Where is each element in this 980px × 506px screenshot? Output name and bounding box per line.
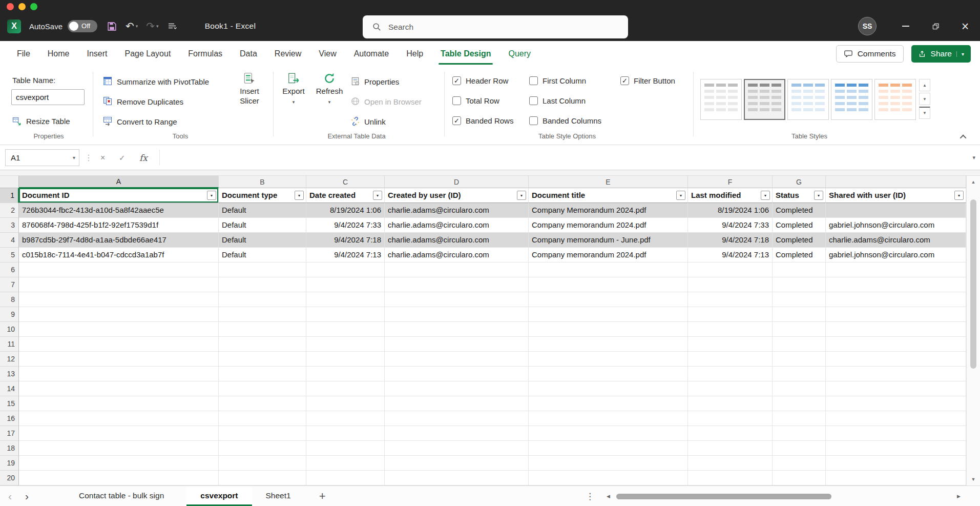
cell-F16[interactable] — [688, 411, 773, 426]
horizontal-scrollbar-thumb[interactable] — [616, 494, 831, 499]
total-row-checkbox[interactable] — [452, 96, 461, 105]
cell-G8[interactable] — [773, 292, 826, 307]
cell-D17[interactable] — [385, 426, 529, 441]
scroll-right-button[interactable]: ▶ — [957, 486, 961, 506]
cell-D18[interactable] — [385, 441, 529, 456]
cell-G7[interactable] — [773, 277, 826, 292]
cell-B5[interactable]: Default — [219, 248, 306, 262]
column-header-G[interactable]: G — [773, 176, 826, 188]
filter-button-option[interactable]: ✓Filter Button — [620, 76, 707, 85]
cell-C10[interactable] — [306, 322, 385, 337]
vertical-scrollbar-thumb[interactable] — [970, 199, 976, 369]
cell-H6[interactable] — [826, 262, 966, 277]
banded-rows-checkbox[interactable]: ✓ — [452, 116, 461, 125]
cell-F17[interactable] — [688, 426, 773, 441]
cell-F6[interactable] — [688, 262, 773, 277]
menu-tab-automate[interactable]: Automate — [345, 41, 398, 67]
cell-H16[interactable] — [826, 411, 966, 426]
header-cell-shared-with-user-id[interactable]: Shared with user (ID)▾ — [826, 188, 966, 203]
minimize-traffic-light[interactable] — [18, 3, 26, 10]
redo-button[interactable]: ↷▾ — [146, 20, 158, 32]
cell-E19[interactable] — [529, 456, 688, 471]
previous-sheet-button[interactable]: ‹ — [3, 490, 17, 502]
close-button[interactable]: × — [950, 14, 980, 38]
banded-columns-option[interactable]: Banded Columns — [529, 116, 620, 125]
cell-D2[interactable]: charlie.adams@circularo.com — [385, 203, 529, 218]
cell-H19[interactable] — [826, 456, 966, 471]
cell-B11[interactable] — [219, 337, 306, 352]
formula-input[interactable] — [163, 145, 960, 170]
cell-B7[interactable] — [219, 277, 306, 292]
cell-B14[interactable] — [219, 381, 306, 396]
cell-D7[interactable] — [385, 277, 529, 292]
cell-E7[interactable] — [529, 277, 688, 292]
cell-A15[interactable] — [19, 396, 219, 411]
cell-H13[interactable] — [826, 367, 966, 381]
table-style-swatch-light-blue-soft[interactable] — [787, 79, 829, 120]
unlink-button[interactable]: Unlink — [350, 112, 422, 132]
header-row-checkbox[interactable]: ✓ — [452, 76, 461, 85]
cell-A14[interactable] — [19, 381, 219, 396]
menu-tab-home[interactable]: Home — [39, 41, 78, 67]
cell-D4[interactable]: charlie.adams@circularo.com — [385, 233, 529, 248]
cell-H10[interactable] — [826, 322, 966, 337]
cell-E10[interactable] — [529, 322, 688, 337]
cell-H4[interactable]: charlie.adams@circularo.com — [826, 233, 966, 248]
cell-H11[interactable] — [826, 337, 966, 352]
cell-C5[interactable]: 9/4/2024 7:13 — [306, 248, 385, 262]
cell-F8[interactable] — [688, 292, 773, 307]
cell-A10[interactable] — [19, 322, 219, 337]
cell-C7[interactable] — [306, 277, 385, 292]
name-box[interactable]: A1 ▾ — [5, 149, 79, 166]
row-header-16[interactable]: 16 — [0, 411, 19, 426]
refresh-button[interactable]: Refresh ▾ — [309, 71, 349, 107]
cell-F18[interactable] — [688, 441, 773, 456]
cell-F10[interactable] — [688, 322, 773, 337]
row-header-17[interactable]: 17 — [0, 426, 19, 441]
cell-F4[interactable]: 9/4/2024 7:18 — [688, 233, 773, 248]
cell-B16[interactable] — [219, 411, 306, 426]
cell-F3[interactable]: 9/4/2024 7:33 — [688, 218, 773, 233]
header-cell-document-type[interactable]: Document type▾ — [219, 188, 306, 203]
cell-C3[interactable]: 9/4/2024 7:33 — [306, 218, 385, 233]
menu-tab-query[interactable]: Query — [499, 41, 539, 67]
cell-E2[interactable]: Company Memorandum 2024.pdf — [529, 203, 688, 218]
column-header-D[interactable]: D — [385, 176, 529, 188]
share-button[interactable]: Share ▾ — [911, 45, 971, 63]
expand-formula-bar-button[interactable]: ▾ — [972, 145, 975, 170]
header-cell-document-id[interactable]: Document ID▾ — [19, 188, 219, 203]
cell-G11[interactable] — [773, 337, 826, 352]
cell-D13[interactable] — [385, 367, 529, 381]
column-header-C[interactable]: C — [306, 176, 385, 188]
cell-D20[interactable] — [385, 471, 529, 485]
filter-button[interactable]: ▾ — [676, 191, 685, 200]
cell-G12[interactable] — [773, 352, 826, 367]
row-header-7[interactable]: 7 — [0, 277, 19, 292]
cell-H7[interactable] — [826, 277, 966, 292]
cell-D9[interactable] — [385, 307, 529, 322]
gallery-scroll-down-button[interactable]: ▼ — [919, 93, 930, 105]
cell-A12[interactable] — [19, 352, 219, 367]
cell-D5[interactable]: charlie.adams@circularo.com — [385, 248, 529, 262]
cell-D16[interactable] — [385, 411, 529, 426]
cell-H9[interactable] — [826, 307, 966, 322]
undo-button[interactable]: ↶▾ — [126, 20, 138, 32]
cell-C13[interactable] — [306, 367, 385, 381]
cell-G4[interactable]: Completed — [773, 233, 826, 248]
cell-E18[interactable] — [529, 441, 688, 456]
close-traffic-light[interactable] — [7, 3, 14, 10]
row-header-15[interactable]: 15 — [0, 396, 19, 411]
cell-D8[interactable] — [385, 292, 529, 307]
cell-G13[interactable] — [773, 367, 826, 381]
cell-C12[interactable] — [306, 352, 385, 367]
vertical-scrollbar[interactable]: ▲ ▼ — [966, 176, 980, 485]
cell-F15[interactable] — [688, 396, 773, 411]
menu-tab-review[interactable]: Review — [266, 41, 310, 67]
save-button[interactable] — [107, 21, 117, 32]
sheet-tab-csvexport[interactable]: csvexport — [186, 486, 252, 506]
row-header-20[interactable]: 20 — [0, 471, 19, 485]
cell-A4[interactable]: b987cd5b-29f7-4d8d-a1aa-5dbde66ae417 — [19, 233, 219, 248]
cell-F20[interactable] — [688, 471, 773, 485]
cell-F14[interactable] — [688, 381, 773, 396]
cancel-entry-button[interactable]: × — [100, 145, 105, 170]
